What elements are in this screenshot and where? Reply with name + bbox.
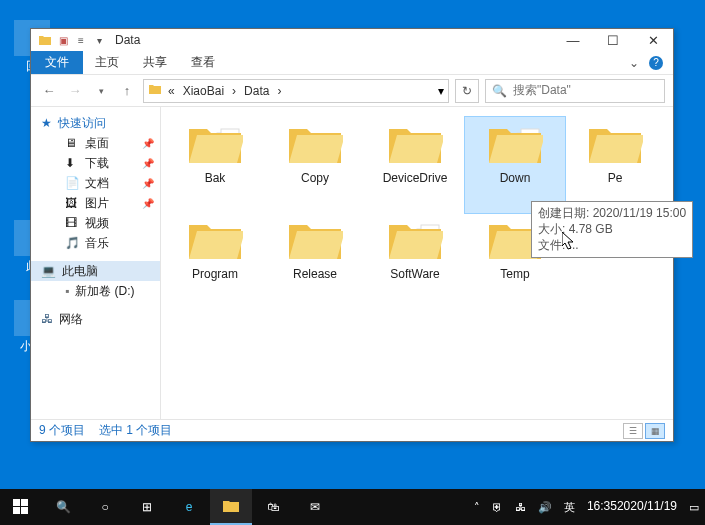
nav-quick-item[interactable]: ⬇下载📌 xyxy=(31,153,160,173)
status-selected: 选中 1 个项目 xyxy=(99,422,172,439)
minimize-button[interactable]: — xyxy=(553,29,593,51)
title-bar[interactable]: ▣ ≡ ▾ Data — ☐ ✕ xyxy=(31,29,673,51)
tab-home[interactable]: 主页 xyxy=(83,51,131,74)
tray-security-icon[interactable]: ⛨ xyxy=(486,489,509,525)
tab-share[interactable]: 共享 xyxy=(131,51,179,74)
task-view-button[interactable]: ⊞ xyxy=(126,489,168,525)
nav-back-button[interactable]: ← xyxy=(39,81,59,101)
nav-item-icon: ⬇ xyxy=(65,156,79,170)
search-placeholder: 搜索"Data" xyxy=(513,82,571,99)
folder-icon xyxy=(387,119,443,167)
tray-network-icon[interactable]: 🖧 xyxy=(509,489,532,525)
folder-label: Down xyxy=(500,171,531,185)
taskbar-explorer-button[interactable] xyxy=(210,489,252,525)
nav-label: 快速访问 xyxy=(58,115,106,132)
cortana-button[interactable]: ○ xyxy=(84,489,126,525)
breadcrumb-seg[interactable]: Data xyxy=(242,84,271,98)
nav-quick-item[interactable]: 🎞视频 xyxy=(31,213,160,233)
action-center-button[interactable]: ▭ xyxy=(683,489,705,525)
nav-label: 新加卷 (D:) xyxy=(75,283,134,300)
nav-item-icon: 🖼 xyxy=(65,196,79,210)
nav-quick-item[interactable]: 🖥桌面📌 xyxy=(31,133,160,153)
refresh-button[interactable]: ↻ xyxy=(455,79,479,103)
desktop: 回 此 小白 ▣ ≡ ▾ Data — ☐ ✕ 文件 主页 共享 查看 ⌄ xyxy=(0,0,705,525)
start-button[interactable] xyxy=(0,489,42,525)
folder-label: Bak xyxy=(205,171,226,185)
folder-label: Program xyxy=(192,267,238,281)
folder-icon xyxy=(287,119,343,167)
tab-view[interactable]: 查看 xyxy=(179,51,227,74)
breadcrumb-bar[interactable]: « XiaoBai › Data › ▾ xyxy=(143,79,449,103)
folder-label: Temp xyxy=(500,267,529,281)
tray-volume-icon[interactable]: 🔊 xyxy=(532,489,558,525)
taskbar-edge-button[interactable]: e xyxy=(168,489,210,525)
tab-file[interactable]: 文件 xyxy=(31,51,83,74)
folder-label: DeviceDrive xyxy=(383,171,448,185)
nav-drive[interactable]: ▪ 新加卷 (D:) xyxy=(31,281,160,301)
nav-quick-item[interactable]: 🖼图片📌 xyxy=(31,193,160,213)
chevron-right-icon[interactable]: › xyxy=(230,84,238,98)
pin-icon: 📌 xyxy=(142,178,154,189)
folder-item[interactable]: Bak xyxy=(165,117,265,213)
taskbar-clock[interactable]: 16:352020/11/19 xyxy=(581,489,683,525)
nav-pane: ★ 快速访问 🖥桌面📌⬇下载📌📄文档📌🖼图片📌🎞视频🎵音乐 💻 此电脑 ▪ 新加… xyxy=(31,107,161,419)
nav-label: 音乐 xyxy=(85,235,109,252)
pc-icon: 💻 xyxy=(41,264,56,278)
search-input[interactable]: 🔍 搜索"Data" xyxy=(485,79,665,103)
taskbar-mail-button[interactable]: ✉ xyxy=(294,489,336,525)
nav-recent-button[interactable]: ▾ xyxy=(91,81,111,101)
view-icons-button[interactable]: ▦ xyxy=(645,423,665,439)
folder-label: Pe xyxy=(608,171,623,185)
nav-quick-access[interactable]: ★ 快速访问 xyxy=(31,113,160,133)
status-bar: 9 个项目 选中 1 个项目 ☰ ▦ xyxy=(31,419,673,441)
nav-forward-button[interactable]: → xyxy=(65,81,85,101)
breadcrumb-prefix[interactable]: « xyxy=(166,84,177,98)
ribbon-expand-icon[interactable]: ⌄ xyxy=(629,56,639,70)
status-count: 9 个项目 xyxy=(39,422,85,439)
breadcrumb-drop-icon[interactable]: ▾ xyxy=(438,84,444,98)
qat-dropdown-icon[interactable]: ▾ xyxy=(91,32,107,48)
pin-icon: 📌 xyxy=(142,138,154,149)
chevron-right-icon[interactable]: › xyxy=(275,84,283,98)
content-pane[interactable]: 创建日期: 2020/11/19 15:00 大小: 4.78 GB 文件: .… xyxy=(161,107,673,419)
nav-network[interactable]: 🖧 网络 xyxy=(31,309,160,329)
qat-properties-icon[interactable]: ▣ xyxy=(55,32,71,48)
nav-quick-item[interactable]: 🎵音乐 xyxy=(31,233,160,253)
folder-label: Copy xyxy=(301,171,329,185)
nav-quick-item[interactable]: 📄文档📌 xyxy=(31,173,160,193)
breadcrumb-seg[interactable]: XiaoBai xyxy=(181,84,226,98)
qat-newfolder-icon[interactable]: ≡ xyxy=(73,32,89,48)
ime-button[interactable]: 英 xyxy=(558,489,581,525)
drive-icon: ▪ xyxy=(65,284,69,298)
taskbar: 🔍 ○ ⊞ e 🛍 ✉ ˄ ⛨ 🖧 🔊 英 16:352020/11/19 ▭ xyxy=(0,489,705,525)
close-button[interactable]: ✕ xyxy=(633,29,673,51)
nav-label: 文档 xyxy=(85,175,109,192)
nav-item-icon: 🖥 xyxy=(65,136,79,150)
folder-item[interactable]: Program xyxy=(165,213,265,309)
taskbar-search-button[interactable]: 🔍 xyxy=(42,489,84,525)
folder-item[interactable]: Copy xyxy=(265,117,365,213)
nav-up-button[interactable]: ↑ xyxy=(117,81,137,101)
nav-item-icon: 🎵 xyxy=(65,236,79,250)
ribbon-tabs: 文件 主页 共享 查看 ⌄ ? xyxy=(31,51,673,75)
tooltip: 创建日期: 2020/11/19 15:00 大小: 4.78 GB 文件: .… xyxy=(531,201,693,258)
help-icon[interactable]: ? xyxy=(649,56,663,70)
folder-item[interactable]: Release xyxy=(265,213,365,309)
folder-icon xyxy=(287,215,343,263)
nav-label: 桌面 xyxy=(85,135,109,152)
nav-this-pc[interactable]: 💻 此电脑 xyxy=(31,261,160,281)
pin-icon: 📌 xyxy=(142,198,154,209)
maximize-button[interactable]: ☐ xyxy=(593,29,633,51)
nav-label: 网络 xyxy=(59,311,83,328)
taskbar-store-button[interactable]: 🛍 xyxy=(252,489,294,525)
folder-item[interactable]: Pe xyxy=(565,117,665,213)
folder-label: SoftWare xyxy=(390,267,440,281)
folder-icon xyxy=(148,82,162,99)
folder-icon xyxy=(187,119,243,167)
nav-label: 下载 xyxy=(85,155,109,172)
view-details-button[interactable]: ☰ xyxy=(623,423,643,439)
folder-item[interactable]: DeviceDrive xyxy=(365,117,465,213)
folder-item[interactable]: SoftWare xyxy=(365,213,465,309)
folder-item[interactable]: Down xyxy=(465,117,565,213)
tray-overflow-button[interactable]: ˄ xyxy=(468,489,486,525)
